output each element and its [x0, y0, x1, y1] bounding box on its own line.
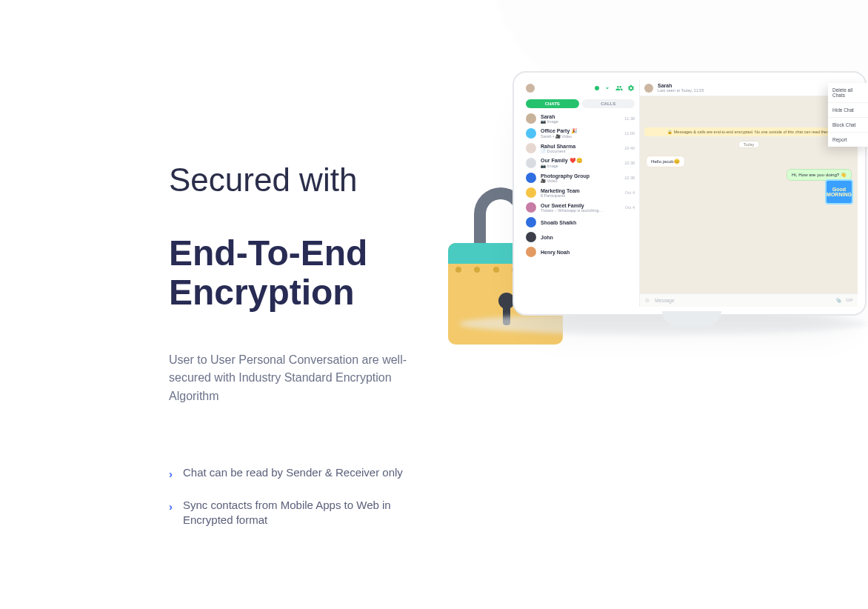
- conversation-time: 10:38: [624, 176, 635, 180]
- avatar: [526, 202, 536, 213]
- tab-calls[interactable]: CALLS: [582, 99, 635, 108]
- conversation-name: Henry Noah: [541, 250, 630, 255]
- avatar: [526, 247, 536, 257]
- conversation-sub: 8 Participants: [541, 193, 621, 198]
- chevron-right-icon: ›: [169, 499, 173, 514]
- conversation-name: Shoaib Shaikh: [541, 220, 630, 225]
- conversation-time: 10:40: [624, 146, 635, 150]
- conversation-list[interactable]: Sarah 📷 Image 11:38 Office Party 🎉 Sarah…: [521, 111, 639, 307]
- list-item[interactable]: Sarah 📷 Image 11:38: [521, 111, 639, 126]
- sticker-text: Good MORNING: [827, 187, 852, 197]
- conversation-sub: 📄 Document: [541, 149, 620, 153]
- chevron-down-icon[interactable]: [604, 84, 611, 92]
- attach-icon[interactable]: 📎: [836, 298, 841, 303]
- conversation-name: John: [541, 235, 630, 240]
- avatar: [526, 232, 536, 242]
- conversation-sub: 🎥 Video: [541, 179, 620, 183]
- people-icon[interactable]: [615, 84, 623, 92]
- peer-name: Sarah: [658, 83, 704, 88]
- gif-button[interactable]: GIF: [846, 298, 853, 303]
- conversation-name: Our Family ❤️😊: [541, 158, 620, 164]
- conversation-name: Marketing Team: [541, 188, 621, 193]
- list-item[interactable]: Our Family ❤️😊 📷 Image 10:38: [521, 156, 639, 170]
- avatar: [526, 143, 536, 153]
- avatar: [526, 187, 536, 198]
- message-composer: ☺ Message 📎 GIF: [640, 293, 858, 307]
- chat-body[interactable]: 🔒 Messages & calls are end-to-end encryp…: [640, 96, 858, 293]
- device-mockup: CHATS CALLS Sarah 📷 Image 11:38 Office P…: [513, 71, 867, 316]
- conversation-name: Our Sweet Family: [541, 203, 621, 208]
- encryption-banner: 🔒 Messages & calls are end-to-end encryp…: [644, 127, 853, 136]
- headline-subtext: User to User Personal Conversation are w…: [169, 351, 435, 406]
- message-incoming[interactable]: Hello jacob😊: [646, 156, 685, 167]
- sticker-good-morning[interactable]: Good MORNING: [825, 179, 853, 204]
- list-item[interactable]: Henry Noah: [521, 244, 639, 259]
- chevron-right-icon: ›: [169, 467, 173, 482]
- feature-item: › Chat can be read by Sender & Receiver …: [169, 465, 465, 482]
- headline-light: Secured with: [169, 162, 465, 199]
- conversation-name: Sarah: [541, 114, 620, 119]
- chat-app: CHATS CALLS Sarah 📷 Image 11:38 Office P…: [521, 80, 858, 307]
- conversation-name: Office Party 🎉: [541, 128, 620, 134]
- conversation-time: Oct 4: [625, 190, 635, 195]
- sidebar: CHATS CALLS Sarah 📷 Image 11:38 Office P…: [521, 80, 640, 307]
- list-item[interactable]: John: [521, 230, 639, 244]
- feature-list: › Chat can be read by Sender & Receiver …: [169, 465, 465, 528]
- conversation-time: 11:00: [624, 131, 635, 136]
- sidebar-tabs: CHATS CALLS: [526, 99, 635, 108]
- gear-icon[interactable]: [627, 84, 635, 92]
- headline-bold-line2: Encryption: [169, 273, 355, 312]
- chat-pane: Sarah Last seen at Today, 11:55 🔒 Messag…: [640, 80, 858, 307]
- headline-bold-line1: End-To-End: [169, 233, 367, 273]
- feature-text: Chat can be read by Sender & Receiver on…: [183, 465, 403, 480]
- conversation-name: Photography Group: [541, 173, 620, 179]
- device-stand: [662, 311, 721, 326]
- menu-report[interactable]: Report: [828, 133, 868, 147]
- emoji-icon[interactable]: ☺: [644, 297, 650, 304]
- chat-header[interactable]: Sarah Last seen at Today, 11:55: [640, 80, 858, 96]
- feature-text: Sync contacts from Mobile Apps to Web in…: [183, 498, 442, 528]
- marketing-copy: Secured with End-To-End Encryption User …: [169, 162, 465, 545]
- conversation-sub: Tickets – Whatsapp is launching…: [541, 208, 621, 213]
- peer-status: Last seen at Today, 11:55: [658, 88, 704, 93]
- peer-avatar: [644, 84, 653, 93]
- conversation-time: 10:38: [624, 161, 635, 165]
- avatar: [526, 158, 536, 168]
- list-item[interactable]: Our Sweet Family Tickets – Whatsapp is l…: [521, 200, 639, 215]
- date-badge: Today: [738, 141, 760, 148]
- list-item[interactable]: Office Party 🎉 Sarah • 🎥 Video 11:00: [521, 126, 639, 141]
- avatar: [526, 113, 536, 124]
- menu-delete-all[interactable]: Delete all Chats: [828, 83, 868, 103]
- menu-block-chat[interactable]: Block Chat: [828, 118, 868, 133]
- list-item[interactable]: Shoaib Shaikh: [521, 215, 639, 230]
- avatar: [526, 173, 536, 183]
- list-item[interactable]: Rahul Sharma 📄 Document 10:40: [521, 141, 639, 156]
- conversation-time: 11:38: [624, 116, 635, 121]
- menu-hide-chat[interactable]: Hide Chat: [828, 103, 868, 118]
- status-dot-icon[interactable]: [595, 86, 599, 90]
- avatar: [526, 217, 536, 227]
- conversation-sub: Sarah • 🎥 Video: [541, 134, 620, 139]
- list-item[interactable]: Photography Group 🎥 Video 10:38: [521, 170, 639, 185]
- conversation-name: Rahul Sharma: [541, 144, 620, 149]
- avatar: [526, 128, 536, 139]
- list-item[interactable]: Marketing Team 8 Participants Oct 4: [521, 185, 639, 200]
- feature-item: › Sync contacts from Mobile Apps to Web …: [169, 498, 465, 528]
- headline-bold: End-To-End Encryption: [169, 234, 465, 313]
- sidebar-header: [521, 80, 639, 96]
- message-input[interactable]: Message: [655, 298, 832, 303]
- conversation-sub: 📷 Image: [541, 164, 620, 168]
- context-menu: Delete all Chats Hide Chat Block Chat Re…: [828, 83, 868, 147]
- conversation-time: Oct 4: [625, 205, 635, 210]
- self-avatar[interactable]: [526, 84, 535, 93]
- tab-chats[interactable]: CHATS: [526, 99, 579, 108]
- conversation-sub: 📷 Image: [541, 119, 620, 124]
